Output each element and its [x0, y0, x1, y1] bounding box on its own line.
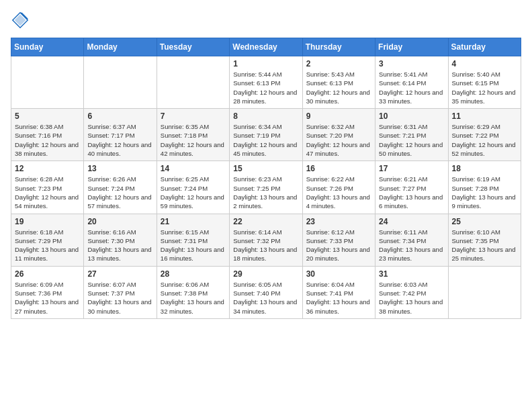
day-number: 23 — [306, 217, 371, 226]
day-info: Sunrise: 6:05 AM Sunset: 7:40 PM Dayligh… — [233, 280, 298, 316]
day-info: Sunrise: 6:07 AM Sunset: 7:37 PM Dayligh… — [87, 280, 152, 316]
calendar-cell: 18Sunrise: 6:19 AM Sunset: 7:28 PM Dayli… — [448, 161, 521, 214]
logo — [11, 11, 32, 30]
calendar-week-row: 19Sunrise: 6:18 AM Sunset: 7:29 PM Dayli… — [11, 214, 521, 266]
day-info: Sunrise: 6:31 AM Sunset: 7:21 PM Dayligh… — [379, 122, 444, 158]
day-info: Sunrise: 5:43 AM Sunset: 6:13 PM Dayligh… — [306, 70, 371, 105]
day-number: 1 — [233, 59, 298, 68]
calendar-cell: 15Sunrise: 6:23 AM Sunset: 7:25 PM Dayli… — [230, 161, 302, 214]
page-header — [11, 11, 521, 30]
day-of-week-header: Monday — [84, 38, 157, 56]
calendar-cell: 5Sunrise: 6:38 AM Sunset: 7:16 PM Daylig… — [11, 109, 84, 161]
calendar-cell: 2Sunrise: 5:43 AM Sunset: 6:13 PM Daylig… — [302, 56, 375, 109]
calendar-cell: 23Sunrise: 6:12 AM Sunset: 7:33 PM Dayli… — [302, 214, 375, 266]
day-info: Sunrise: 6:10 AM Sunset: 7:35 PM Dayligh… — [452, 228, 517, 263]
days-of-week-row: SundayMondayTuesdayWednesdayThursdayFrid… — [11, 38, 521, 56]
calendar-week-row: 5Sunrise: 6:38 AM Sunset: 7:16 PM Daylig… — [11, 109, 521, 161]
calendar: SundayMondayTuesdayWednesdayThursdayFrid… — [11, 38, 521, 319]
calendar-body: 1Sunrise: 5:44 AM Sunset: 6:13 PM Daylig… — [11, 56, 521, 319]
day-number: 17 — [379, 164, 444, 173]
logo-icon — [11, 11, 30, 30]
day-of-week-header: Wednesday — [230, 38, 302, 56]
day-number: 13 — [87, 164, 152, 173]
day-of-week-header: Friday — [375, 38, 448, 56]
day-number: 8 — [233, 111, 298, 121]
day-info: Sunrise: 6:38 AM Sunset: 7:16 PM Dayligh… — [15, 122, 80, 158]
day-number: 28 — [161, 269, 226, 279]
calendar-cell: 19Sunrise: 6:18 AM Sunset: 7:29 PM Dayli… — [11, 214, 84, 266]
calendar-cell: 7Sunrise: 6:35 AM Sunset: 7:18 PM Daylig… — [157, 109, 229, 161]
day-number: 10 — [379, 111, 444, 121]
calendar-cell: 27Sunrise: 6:07 AM Sunset: 7:37 PM Dayli… — [84, 266, 157, 318]
day-info: Sunrise: 5:44 AM Sunset: 6:13 PM Dayligh… — [233, 70, 298, 105]
calendar-cell: 28Sunrise: 6:06 AM Sunset: 7:38 PM Dayli… — [157, 266, 229, 318]
calendar-cell: 21Sunrise: 6:15 AM Sunset: 7:31 PM Dayli… — [157, 214, 229, 266]
day-number: 7 — [161, 111, 226, 121]
day-info: Sunrise: 6:32 AM Sunset: 7:20 PM Dayligh… — [306, 122, 371, 158]
day-info: Sunrise: 6:23 AM Sunset: 7:25 PM Dayligh… — [233, 175, 298, 210]
calendar-header: SundayMondayTuesdayWednesdayThursdayFrid… — [11, 38, 521, 56]
calendar-cell: 16Sunrise: 6:22 AM Sunset: 7:26 PM Dayli… — [302, 161, 375, 214]
day-info: Sunrise: 6:09 AM Sunset: 7:36 PM Dayligh… — [15, 280, 80, 316]
calendar-cell: 31Sunrise: 6:03 AM Sunset: 7:42 PM Dayli… — [375, 266, 448, 318]
calendar-cell — [11, 56, 84, 109]
calendar-cell: 10Sunrise: 6:31 AM Sunset: 7:21 PM Dayli… — [375, 109, 448, 161]
day-info: Sunrise: 6:26 AM Sunset: 7:24 PM Dayligh… — [87, 175, 152, 210]
calendar-cell: 11Sunrise: 6:29 AM Sunset: 7:22 PM Dayli… — [448, 109, 521, 161]
day-number: 25 — [452, 217, 517, 226]
day-of-week-header: Sunday — [11, 38, 84, 56]
day-info: Sunrise: 5:40 AM Sunset: 6:15 PM Dayligh… — [452, 70, 517, 105]
day-number: 15 — [233, 164, 298, 173]
calendar-cell: 14Sunrise: 6:25 AM Sunset: 7:24 PM Dayli… — [157, 161, 229, 214]
calendar-cell: 25Sunrise: 6:10 AM Sunset: 7:35 PM Dayli… — [448, 214, 521, 266]
day-info: Sunrise: 6:25 AM Sunset: 7:24 PM Dayligh… — [161, 175, 226, 210]
calendar-cell: 20Sunrise: 6:16 AM Sunset: 7:30 PM Dayli… — [84, 214, 157, 266]
day-number: 3 — [379, 59, 444, 68]
day-number: 29 — [233, 269, 298, 279]
calendar-cell: 26Sunrise: 6:09 AM Sunset: 7:36 PM Dayli… — [11, 266, 84, 318]
day-number: 4 — [452, 59, 517, 68]
calendar-cell — [84, 56, 157, 109]
day-info: Sunrise: 6:21 AM Sunset: 7:27 PM Dayligh… — [379, 175, 444, 210]
day-number: 11 — [452, 111, 517, 121]
day-of-week-header: Thursday — [302, 38, 375, 56]
calendar-cell: 1Sunrise: 5:44 AM Sunset: 6:13 PM Daylig… — [230, 56, 302, 109]
day-number: 12 — [15, 164, 80, 173]
day-info: Sunrise: 6:35 AM Sunset: 7:18 PM Dayligh… — [161, 122, 226, 158]
calendar-cell: 6Sunrise: 6:37 AM Sunset: 7:17 PM Daylig… — [84, 109, 157, 161]
day-info: Sunrise: 6:06 AM Sunset: 7:38 PM Dayligh… — [161, 280, 226, 316]
day-info: Sunrise: 6:34 AM Sunset: 7:19 PM Dayligh… — [233, 122, 298, 158]
calendar-cell: 30Sunrise: 6:04 AM Sunset: 7:41 PM Dayli… — [302, 266, 375, 318]
calendar-cell: 9Sunrise: 6:32 AM Sunset: 7:20 PM Daylig… — [302, 109, 375, 161]
calendar-cell: 3Sunrise: 5:41 AM Sunset: 6:14 PM Daylig… — [375, 56, 448, 109]
day-number: 21 — [161, 217, 226, 226]
day-info: Sunrise: 6:04 AM Sunset: 7:41 PM Dayligh… — [306, 280, 371, 316]
day-info: Sunrise: 6:03 AM Sunset: 7:42 PM Dayligh… — [379, 280, 444, 316]
day-info: Sunrise: 6:12 AM Sunset: 7:33 PM Dayligh… — [306, 228, 371, 263]
calendar-week-row: 1Sunrise: 5:44 AM Sunset: 6:13 PM Daylig… — [11, 56, 521, 109]
day-info: Sunrise: 6:15 AM Sunset: 7:31 PM Dayligh… — [161, 228, 226, 263]
day-number: 16 — [306, 164, 371, 173]
day-number: 20 — [87, 217, 152, 226]
day-of-week-header: Tuesday — [157, 38, 229, 56]
day-of-week-header: Saturday — [448, 38, 521, 56]
calendar-cell: 17Sunrise: 6:21 AM Sunset: 7:27 PM Dayli… — [375, 161, 448, 214]
day-info: Sunrise: 6:29 AM Sunset: 7:22 PM Dayligh… — [452, 122, 517, 158]
calendar-cell: 29Sunrise: 6:05 AM Sunset: 7:40 PM Dayli… — [230, 266, 302, 318]
calendar-week-row: 12Sunrise: 6:28 AM Sunset: 7:23 PM Dayli… — [11, 161, 521, 214]
day-info: Sunrise: 6:11 AM Sunset: 7:34 PM Dayligh… — [379, 228, 444, 263]
day-info: Sunrise: 6:18 AM Sunset: 7:29 PM Dayligh… — [15, 228, 80, 263]
day-number: 19 — [15, 217, 80, 226]
day-info: Sunrise: 6:28 AM Sunset: 7:23 PM Dayligh… — [15, 175, 80, 210]
day-info: Sunrise: 6:14 AM Sunset: 7:32 PM Dayligh… — [233, 228, 298, 263]
day-number: 5 — [15, 111, 80, 121]
day-number: 14 — [161, 164, 226, 173]
calendar-cell: 22Sunrise: 6:14 AM Sunset: 7:32 PM Dayli… — [230, 214, 302, 266]
day-info: Sunrise: 6:37 AM Sunset: 7:17 PM Dayligh… — [87, 122, 152, 158]
day-info: Sunrise: 6:22 AM Sunset: 7:26 PM Dayligh… — [306, 175, 371, 210]
day-info: Sunrise: 5:41 AM Sunset: 6:14 PM Dayligh… — [379, 70, 444, 105]
day-number: 6 — [87, 111, 152, 121]
day-number: 18 — [452, 164, 517, 173]
calendar-cell — [157, 56, 229, 109]
calendar-cell: 8Sunrise: 6:34 AM Sunset: 7:19 PM Daylig… — [230, 109, 302, 161]
